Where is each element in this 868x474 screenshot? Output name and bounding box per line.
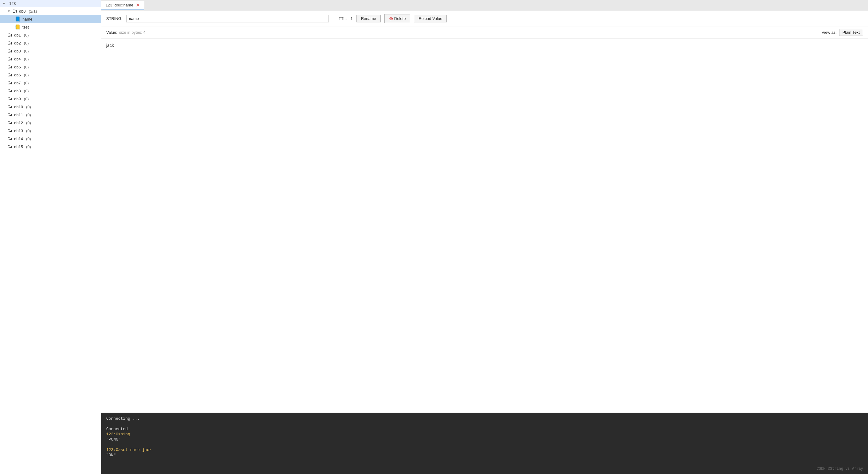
delete-button[interactable]: ⊗ Delete [384,14,410,23]
db13-folder-icon: 🗂 [7,128,12,133]
db7-label: db7 [14,81,21,85]
console-line-2: Connected. [106,427,863,431]
sidebar-item-db2[interactable]: 🗂 db2 (0) [0,39,101,47]
sidebar-item-db0[interactable]: ▼ 🗂 db0 (2/1) [0,7,101,15]
sidebar-root[interactable]: ▼ 123 [0,0,101,7]
sidebar-item-db15[interactable]: 🗂 db15 (0) [0,143,101,150]
db5-count: (0) [24,65,29,69]
sidebar-item-db10[interactable]: 🗂 db10 (0) [0,103,101,111]
db9-label: db9 [14,97,21,101]
db5-folder-icon: 🗂 [7,64,12,70]
key-name-icon: 📘 [15,16,21,22]
key-name-label: name [23,17,33,22]
sidebar-key-test[interactable]: 📒 test [0,23,101,31]
key-test-icon: 📒 [15,24,21,30]
tab-close-button[interactable]: ✕ [136,3,140,8]
console-watermark: CSDN @String vs Array [817,467,863,471]
sidebar-item-db9[interactable]: 🗂 db9 (0) [0,95,101,103]
db13-count: (0) [26,129,31,133]
ttl-value: -1 [349,16,353,21]
db4-folder-icon: 🗂 [7,56,12,62]
db2-label: db2 [14,41,21,45]
delete-icon: ⊗ [389,15,393,22]
db10-count: (0) [26,105,31,109]
sidebar-item-db6[interactable]: 🗂 db6 (0) [0,71,101,79]
db12-count: (0) [26,121,31,125]
db0-folder-icon: 🗂 [12,8,17,14]
db4-label: db4 [14,57,21,61]
view-as-button[interactable]: Plain Text [839,29,863,36]
db14-count: (0) [26,137,31,141]
db8-count: (0) [24,89,29,93]
db11-label: db11 [14,112,23,117]
db9-folder-icon: 🗂 [7,96,12,102]
sidebar-item-db1[interactable]: 🗂 db1 (0) [0,31,101,39]
db7-count: (0) [24,81,29,85]
sidebar-item-db12[interactable]: 🗂 db12 (0) [0,119,101,127]
value-info: Value: size in bytes: 4 View as: Plain T… [101,26,868,39]
db14-folder-icon: 🗂 [7,136,12,141]
delete-label: Delete [394,16,406,21]
db3-folder-icon: 🗂 [7,48,12,54]
sidebar-item-db11[interactable]: 🗂 db11 (0) [0,111,101,119]
value-size: size in bytes: 4 [119,30,146,35]
db1-count: (0) [24,33,29,37]
sidebar-item-db3[interactable]: 🗂 db3 (0) [0,47,101,55]
db13-label: db13 [14,129,23,133]
db2-folder-icon: 🗂 [7,40,12,46]
sidebar-key-name[interactable]: 📘 name [0,15,101,23]
rename-button[interactable]: Rename [356,15,381,23]
console-line-4: "PONG" [106,437,863,442]
type-label: STRING: [106,16,123,21]
db5-label: db5 [14,65,21,69]
key-input[interactable] [126,15,329,23]
sidebar-item-db13[interactable]: 🗂 db13 (0) [0,127,101,135]
db11-count: (0) [26,112,31,117]
db6-label: db6 [14,73,21,77]
sidebar-item-db4[interactable]: 🗂 db4 (0) [0,55,101,63]
value-toolbar: STRING: TTL: -1 Rename ⊗ Delete Reload V… [101,11,868,26]
tab-bar: 123::db0::name ✕ [101,0,868,11]
console-line-6: 123:0>set name jack [106,448,863,452]
view-as-label: View as: [822,30,837,35]
db3-count: (0) [24,49,29,54]
db11-folder-icon: 🗂 [7,112,12,117]
db12-folder-icon: 🗂 [7,120,12,126]
db7-folder-icon: 🗂 [7,80,12,86]
console-area[interactable]: Connecting ... Connected. 123:0>ping "PO… [101,413,868,474]
tab-db0-name[interactable]: 123::db0::name ✕ [101,1,144,10]
tab-label: 123::db0::name [105,3,133,7]
reload-button[interactable]: Reload Value [414,15,447,23]
db10-label: db10 [14,105,23,109]
db3-label: db3 [14,49,21,54]
console-line-1 [106,421,863,426]
db15-label: db15 [14,144,23,149]
db1-label: db1 [14,33,21,37]
view-as-section: View as: Plain Text [822,29,863,36]
value-content: jack [101,39,868,413]
db2-count: (0) [24,41,29,45]
sidebar-item-db5[interactable]: 🗂 db5 (0) [0,63,101,71]
sidebar: ▼ 123 ▼ 🗂 db0 (2/1) 📘 name 📒 test 🗂 db1 … [0,0,101,474]
db15-count: (0) [26,144,31,149]
value-editor: STRING: TTL: -1 Rename ⊗ Delete Reload V… [101,11,868,413]
console-line-3: 123:0>ping [106,432,863,437]
sidebar-item-db14[interactable]: 🗂 db14 (0) [0,135,101,143]
key-test-label: test [23,25,29,29]
db0-count: (2/1) [29,9,37,13]
db12-label: db12 [14,121,23,125]
console-line-7: "OK" [106,453,863,458]
ttl-label: TTL: -1 [339,16,353,21]
db0-label: db0 [19,9,26,13]
db8-folder-icon: 🗂 [7,88,12,94]
sidebar-item-db7[interactable]: 🗂 db7 (0) [0,79,101,87]
db4-count: (0) [24,57,29,61]
db14-label: db14 [14,137,23,141]
db9-count: (0) [24,97,29,101]
console-line-5 [106,442,863,447]
root-label: 123 [9,1,16,6]
db8-label: db8 [14,89,21,93]
console-line-0: Connecting ... [106,416,863,421]
db1-folder-icon: 🗂 [7,32,12,38]
sidebar-item-db8[interactable]: 🗂 db8 (0) [0,87,101,95]
